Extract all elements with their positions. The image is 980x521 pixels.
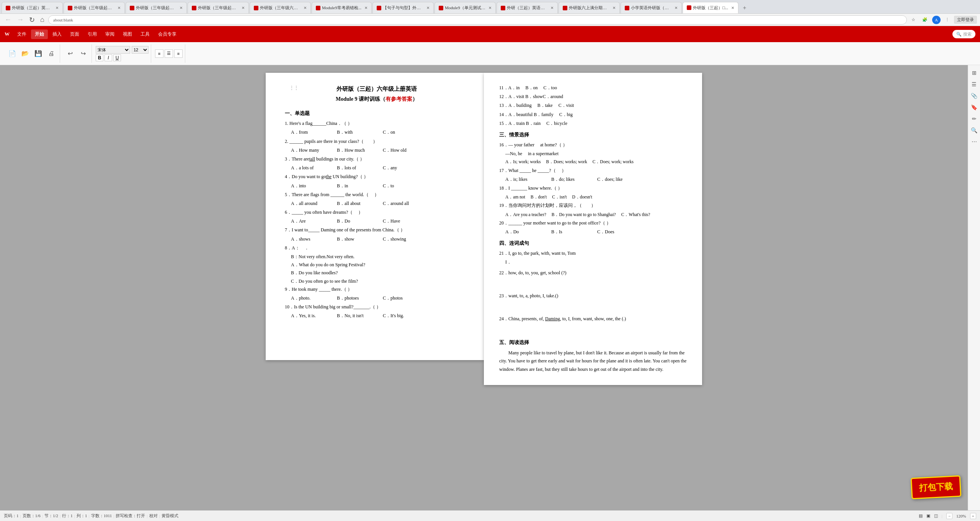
tab-9[interactable]: 外研（三起）英语六...✕	[497, 2, 558, 13]
ribbon-tab-start[interactable]: 开始	[31, 29, 48, 39]
ribbon-tab-tools[interactable]: 工具	[137, 29, 154, 39]
question-13: 13．A．building B．take C．visit	[499, 102, 687, 109]
tab-2[interactable]: 外研版（三年级起步）...✕	[64, 2, 125, 13]
panel-icon-2[interactable]: ☰	[970, 80, 979, 89]
ribbon-tab-member[interactable]: 会员专享	[154, 29, 180, 39]
search-box[interactable]: 🔍 搜索	[952, 30, 975, 38]
tab-close-4[interactable]: ✕	[242, 6, 245, 10]
watermark-download-button[interactable]: 打包下载	[911, 475, 962, 500]
wps-logo: W	[5, 31, 10, 37]
tab-12[interactable]: 外研版（三起）□...✕	[683, 2, 738, 13]
tab-6[interactable]: Module9常考易错检...✕	[312, 2, 372, 13]
view-normal-icon[interactable]: ▤	[919, 513, 923, 518]
search-placeholder: 搜索	[963, 31, 972, 37]
view-web-icon[interactable]: ◫	[934, 513, 938, 518]
panel-icon-4[interactable]: 🔖	[970, 103, 979, 112]
new-icon: 📄	[8, 50, 16, 57]
bookmark-button[interactable]: ☆	[909, 16, 918, 23]
tab-favicon-1	[6, 6, 10, 10]
new-doc-button[interactable]: 📄	[6, 49, 18, 58]
open-doc-button[interactable]: 📂	[19, 49, 31, 58]
font-family-select[interactable]: 宋体	[96, 46, 130, 54]
undo-button[interactable]: ↩	[64, 49, 76, 58]
menu-button[interactable]: ⋮	[943, 16, 952, 23]
tab-7[interactable]: 【句子与句型】外研版...✕	[372, 2, 434, 13]
bold-button[interactable]: B	[96, 54, 103, 61]
question-2-options: A．How many B．How much C．How old	[291, 147, 469, 154]
ribbon-tab-page[interactable]: 页面	[66, 29, 83, 39]
tab-close-6[interactable]: ✕	[364, 6, 368, 10]
tab-close-8[interactable]: ✕	[488, 6, 492, 10]
ribbon-tab-insert[interactable]: 插入	[49, 29, 65, 39]
extensions-button[interactable]: 🧩	[920, 16, 930, 23]
tab-10[interactable]: 外研版六上满分期末...✕	[559, 2, 620, 13]
address-text: about:blank	[53, 18, 73, 22]
question-6: 6．_____ you often have dreams?（ ）	[285, 209, 469, 216]
ribbon-tab-ref[interactable]: 引用	[84, 29, 101, 39]
question-1-options: A．from B．with C．on	[291, 129, 469, 136]
tab-11[interactable]: 小学英语外研版（三起...）✕	[621, 2, 682, 13]
tab-4[interactable]: 外研版（三年级起点）...✕	[188, 2, 249, 13]
user-button[interactable]: A	[932, 16, 941, 24]
panel-icon-3[interactable]: 📎	[970, 91, 979, 100]
question-12: 12．A．visit B．showC．around	[499, 93, 687, 100]
new-tab-button[interactable]: +	[739, 3, 750, 13]
tab-5[interactable]: 外研版（三年级六年级...）✕	[250, 2, 311, 13]
tab-close-9[interactable]: ✕	[550, 6, 554, 10]
question-18-options: A．am not B．don't C．isn't D．doesn't	[505, 193, 687, 200]
home-button[interactable]: ⌂	[39, 16, 46, 24]
browser-toolbar: ← → ↻ ⌂ about:blank ☆ 🧩 A ⋮ 立即登录	[0, 14, 980, 26]
address-bar[interactable]: about:blank	[48, 15, 907, 25]
ribbon-tab-review[interactable]: 审阅	[101, 29, 118, 39]
italic-button[interactable]: I	[105, 54, 112, 61]
tab-close-11[interactable]: ✕	[675, 6, 678, 10]
print-button[interactable]: 🖨	[45, 49, 57, 58]
view-print-icon[interactable]: ▣	[926, 513, 930, 518]
underline-button[interactable]: U	[113, 54, 121, 61]
login-button[interactable]: 立即登录	[954, 16, 977, 24]
question-7-options: A．shows B．show C．showing	[291, 236, 469, 243]
tab-close-3[interactable]: ✕	[180, 6, 183, 10]
align-center-button[interactable]: ☰	[165, 49, 173, 58]
question-18: 18．I _______ know where.（ ）	[499, 185, 687, 192]
tab-favicon-12	[687, 5, 691, 10]
align-right-button[interactable]: ≡	[174, 49, 183, 58]
document-area: ⋮⋮ 外研版（三起）六年级上册英语 Module 9 课时训练（有参考答案） 一…	[0, 65, 980, 510]
tab-close-10[interactable]: ✕	[612, 6, 616, 10]
tab-close-1[interactable]: ✕	[56, 6, 59, 10]
question-8-optb: B．Do you like noodles?	[291, 269, 469, 277]
zoom-in-button[interactable]: +	[970, 513, 976, 519]
tab-favicon-11	[625, 6, 629, 10]
pages-wrapper: ⋮⋮ 外研版（三起）六年级上册英语 Module 9 课时训练（有参考答案） 一…	[0, 65, 968, 510]
tab-close-7[interactable]: ✕	[426, 6, 430, 10]
align-left-button[interactable]: ≡	[155, 49, 163, 58]
ribbon-tab-file[interactable]: 文件	[13, 29, 30, 39]
panel-icon-7[interactable]: ⋯	[970, 137, 979, 146]
forward-button[interactable]: →	[15, 16, 25, 24]
panel-icon-5[interactable]: ✏	[970, 114, 979, 123]
zoom-out-button[interactable]: −	[946, 513, 952, 519]
browser-tabs-bar: 外研版（三起）英语上✕ 外研版（三年级起步）...✕ 外研版（三年级起点）...…	[0, 0, 980, 14]
tab-close-2[interactable]: ✕	[118, 6, 121, 10]
question-17: 17．What _____ he _____?（ ）	[499, 167, 687, 174]
save-button[interactable]: 💾	[32, 49, 44, 58]
back-button[interactable]: ←	[3, 16, 13, 24]
refresh-button[interactable]: ↻	[28, 16, 36, 24]
panel-icon-6[interactable]: 🔍	[970, 126, 979, 135]
question-8-opta: A．What do you do on Spring Festival?	[291, 261, 469, 269]
ribbon-tab-view[interactable]: 视图	[119, 29, 136, 39]
question-17-options: A．is; likes B．do; likes C．does; like	[505, 176, 687, 183]
left-page: ⋮⋮ 外研版（三起）六年级上册英语 Module 9 课时训练（有参考答案） 一…	[266, 73, 484, 360]
font-size-select[interactable]: 12	[132, 46, 149, 54]
tab-1[interactable]: 外研版（三起）英语上✕	[2, 2, 63, 13]
question-8-optc: C．Do you often go to see the film?	[291, 278, 469, 285]
tab-3[interactable]: 外研版（三年级起点）...✕	[126, 2, 187, 13]
tab-close-5[interactable]: ✕	[304, 6, 307, 10]
question-9-options: A．photo. B．photoes C．photos	[291, 295, 469, 302]
tab-close-12[interactable]: ✕	[731, 6, 734, 10]
tab-8[interactable]: Module9（单元测试）...✕	[434, 2, 496, 13]
redo-button[interactable]: ↪	[77, 49, 89, 58]
section5-title: 五、阅读选择	[499, 339, 687, 347]
panel-icon-1[interactable]: ⊞	[970, 68, 979, 77]
drag-handle[interactable]: ⋮⋮	[289, 84, 299, 92]
